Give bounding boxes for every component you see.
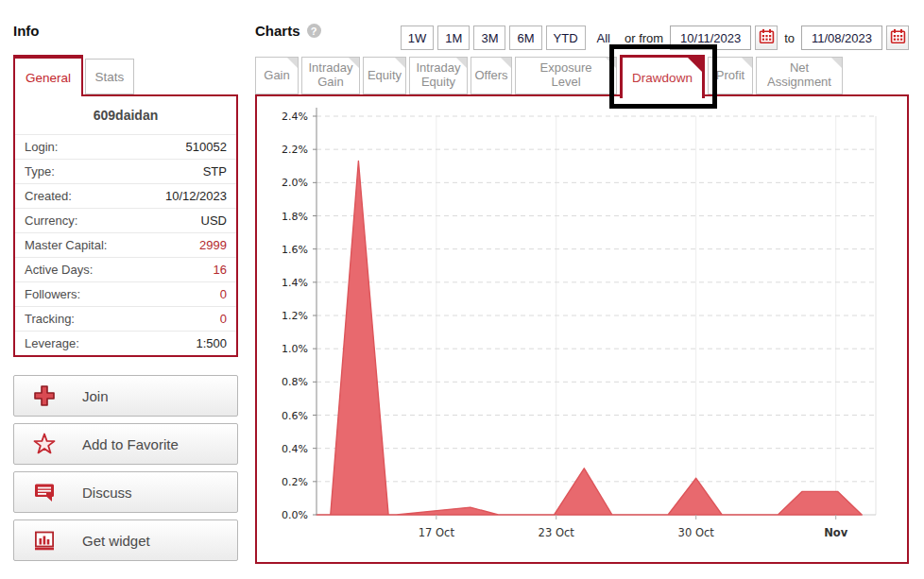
folded-corner-icon [287, 58, 298, 68]
or-from-label: or from [622, 31, 666, 45]
info-row-master-capital: Master Capital:2999 [15, 232, 236, 257]
svg-text:1.6%: 1.6% [282, 244, 308, 256]
info-row-leverage: Leverage:1:500 [15, 331, 236, 355]
svg-text:Nov: Nov [824, 526, 848, 539]
chart-tab-gain[interactable]: Gain [255, 57, 299, 94]
info-value: 2999 [199, 238, 227, 252]
info-label: Master Capital: [25, 238, 107, 252]
folded-corner-icon [395, 58, 405, 68]
to-date-input[interactable] [801, 26, 882, 50]
info-value: STP [203, 164, 227, 179]
to-calendar-button[interactable] [886, 26, 909, 50]
chart-tab-drawdown[interactable]: Drawdown [620, 55, 705, 98]
tab-label: Gain [264, 69, 289, 83]
svg-text:2.4%: 2.4% [282, 111, 308, 123]
svg-text:0.2%: 0.2% [282, 476, 308, 488]
info-heading: Info [13, 23, 40, 39]
chart-panel: 2.4%2.2%2.0%1.8%1.6%1.4%1.2%1.0%0.8%0.6%… [255, 94, 909, 564]
info-value: 0 [220, 287, 227, 301]
page: Info GeneralStats 609daidan Login:510052… [0, 0, 924, 579]
action-label: Discuss [82, 485, 132, 501]
info-row-followers: Followers:0 [15, 281, 236, 306]
folded-corner-icon [742, 58, 752, 68]
action-label: Get widget [82, 533, 150, 549]
chart-tab-intraday-equity[interactable]: Intraday Equity [409, 57, 468, 94]
chart-tab-net-assignment[interactable]: Net Assignment [756, 57, 843, 94]
svg-text:17 Oct: 17 Oct [419, 526, 455, 539]
info-row-currency: Currency:USD [15, 208, 236, 232]
info-row-type: Type:STP [15, 159, 236, 183]
info-value: USD [201, 213, 227, 228]
tab-label: Intraday Gain [309, 61, 353, 89]
tab-label: Intraday Equity [417, 61, 461, 89]
svg-text:2.2%: 2.2% [282, 144, 308, 156]
info-label: Followers: [25, 287, 80, 301]
info-tab-stats[interactable]: Stats [85, 59, 134, 94]
folded-corner-icon [606, 58, 616, 68]
chart-tab-offers[interactable]: Offers [471, 57, 512, 94]
svg-text:2.0%: 2.0% [282, 177, 308, 189]
get-widget-button[interactable]: Get widget [13, 519, 238, 561]
calendar-icon [759, 28, 775, 47]
charts-heading: Charts [255, 23, 300, 39]
svg-text:1.2%: 1.2% [282, 310, 308, 322]
info-label: Login: [25, 140, 58, 154]
discuss-button[interactable]: Discuss [13, 471, 238, 513]
info-tab-bar: GeneralStats [13, 55, 134, 96]
info-row-tracking: Tracking:0 [15, 306, 236, 331]
info-label: Type: [25, 164, 55, 179]
range-buttons: 1W1M3M6MYTDAll [401, 26, 618, 50]
info-value: 10/12/2023 [165, 189, 227, 203]
info-row-active-days: Active Days:16 [15, 257, 236, 281]
to-label: to [781, 31, 797, 45]
svg-text:1.8%: 1.8% [282, 211, 308, 223]
svg-text:23 Oct: 23 Oct [539, 526, 575, 539]
info-value: 510052 [186, 140, 227, 154]
info-tab-general[interactable]: General [13, 55, 83, 96]
range-all-button[interactable]: All [590, 26, 618, 50]
from-calendar-button[interactable] [755, 26, 778, 50]
tab-label: Exposure Level [540, 61, 592, 89]
tab-label: Offers [474, 69, 507, 83]
star-icon [32, 432, 57, 456]
action-label: Add to Favorite [82, 436, 179, 452]
range-1w-button[interactable]: 1W [401, 26, 435, 50]
help-icon[interactable]: ? [307, 24, 321, 38]
tab-label: Drawdown [632, 71, 693, 85]
range-1m-button[interactable]: 1M [437, 26, 470, 50]
tab-label: Profit [716, 69, 744, 83]
folded-corner-icon [688, 58, 702, 72]
chart-tab-bar: GainIntraday GainEquityIntraday EquityOf… [255, 55, 843, 100]
svg-text:0.4%: 0.4% [282, 443, 308, 455]
svg-text:0.6%: 0.6% [282, 410, 308, 422]
range-ytd-button[interactable]: YTD [546, 26, 586, 50]
folded-corner-icon [501, 58, 511, 68]
chart-tab-equity[interactable]: Equity [363, 57, 406, 94]
info-row-created: Created:10/12/2023 [15, 183, 236, 208]
chart-tab-profit[interactable]: Profit [708, 57, 753, 94]
info-label: Tracking: [25, 312, 75, 326]
info-row-login: Login:510052 [15, 134, 236, 159]
charts-heading-row: Charts ? [255, 23, 321, 39]
info-label: Leverage: [25, 336, 79, 350]
info-label: Active Days: [25, 263, 93, 277]
chart-tab-exposure-level[interactable]: Exposure Level [515, 57, 617, 94]
svg-text:1.4%: 1.4% [282, 277, 308, 289]
svg-text:1.0%: 1.0% [282, 343, 308, 355]
info-label: Currency: [25, 213, 77, 228]
range-3m-button[interactable]: 3M [473, 26, 505, 50]
chat-icon [32, 480, 57, 504]
svg-text:0.8%: 0.8% [282, 376, 308, 388]
add-to-favorite-button[interactable]: Add to Favorite [13, 423, 238, 465]
drawdown-chart: 2.4%2.2%2.0%1.8%1.6%1.4%1.2%1.0%0.8%0.6%… [257, 96, 907, 562]
chart-tab-intraday-gain[interactable]: Intraday Gain [301, 57, 360, 94]
from-date-input[interactable] [670, 26, 751, 50]
info-value: 1:500 [196, 336, 227, 350]
join-button[interactable]: Join [13, 375, 238, 417]
info-value: 16 [214, 263, 227, 277]
tab-label: Net Assignment [767, 61, 831, 89]
range-6m-button[interactable]: 6M [509, 26, 541, 50]
svg-text:0.0%: 0.0% [282, 509, 308, 521]
info-rows: Login:510052Type:STPCreated:10/12/2023Cu… [15, 134, 236, 355]
calendar-icon [890, 28, 906, 47]
